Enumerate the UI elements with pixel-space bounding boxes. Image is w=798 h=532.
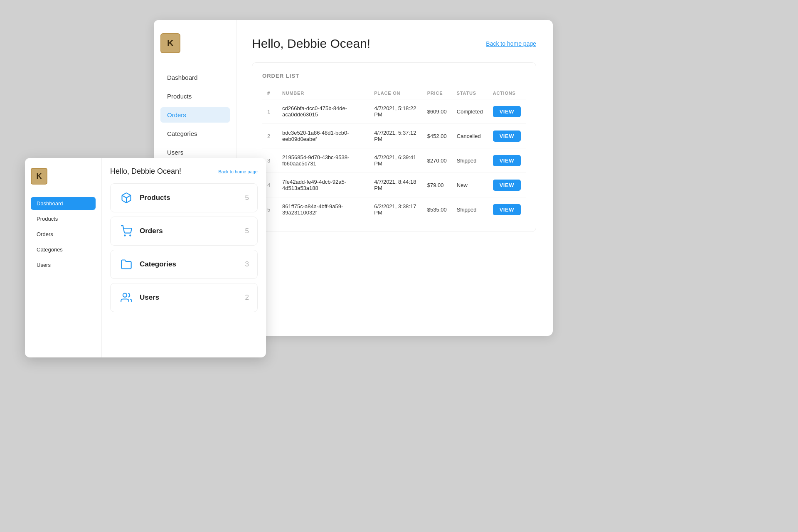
view-button[interactable]: VIEW: [493, 106, 521, 117]
dashboard-card-orders[interactable]: Orders 5: [110, 217, 258, 246]
back-nav-orders[interactable]: Orders: [160, 107, 230, 123]
front-home-link[interactable]: Back to home page: [218, 169, 258, 174]
row-price: $452.00: [422, 124, 452, 148]
view-button[interactable]: VIEW: [493, 204, 521, 215]
front-nav-dashboard[interactable]: Dashboard: [31, 197, 96, 210]
dashboard-card-users[interactable]: Users 2: [110, 283, 258, 312]
view-button[interactable]: VIEW: [493, 155, 521, 166]
basket-icon: [119, 224, 134, 239]
svg-point-1: [124, 235, 125, 236]
view-button[interactable]: VIEW: [493, 180, 521, 191]
row-placed-on: 4/7/2021, 8:44:18 PM: [369, 173, 422, 197]
card-count: 3: [245, 260, 249, 268]
users-icon: [119, 290, 134, 305]
row-status: Cancelled: [452, 124, 488, 148]
row-id: 2: [262, 124, 277, 148]
row-placed-on: 4/7/2021, 5:37:12 PM: [369, 124, 422, 148]
col-hash: #: [262, 87, 277, 99]
svg-point-3: [123, 293, 127, 297]
front-nav-products[interactable]: Products: [31, 212, 96, 225]
order-table: # NUMBER PLACE ON PRICE STATUS ACTIONS 1…: [262, 87, 526, 222]
back-home-link[interactable]: Back to home page: [486, 40, 536, 47]
card-count: 5: [245, 227, 249, 235]
row-number: 7fe42add-fe49-4dcb-92a5-4d513a53a188: [277, 173, 369, 197]
col-placed-on: PLACE ON: [369, 87, 422, 99]
back-nav-dashboard[interactable]: Dashboard: [160, 70, 230, 85]
back-logo: K: [160, 33, 180, 53]
card-count: 2: [245, 293, 249, 302]
card-label: Products: [140, 194, 239, 202]
col-price: PRICE: [422, 87, 452, 99]
card-count: 5: [245, 194, 249, 202]
front-header: Hello, Debbie Ocean! Back to home page: [110, 167, 258, 176]
front-greeting: Hello, Debbie Ocean!: [110, 167, 181, 176]
row-price: $609.00: [422, 99, 452, 124]
back-nav-categories[interactable]: Categories: [160, 126, 230, 141]
row-price: $79.00: [422, 173, 452, 197]
col-actions: ACTIONS: [488, 87, 526, 99]
row-id: 1: [262, 99, 277, 124]
table-row: 5 861ff75c-a84a-4bff-9a59-39a23110032f 6…: [262, 197, 526, 222]
row-status: Completed: [452, 99, 488, 124]
row-placed-on: 4/7/2021, 5:18:22 PM: [369, 99, 422, 124]
row-status: New: [452, 173, 488, 197]
front-nav-categories[interactable]: Categories: [31, 243, 96, 256]
row-placed-on: 6/2/2021, 3:38:17 PM: [369, 197, 422, 222]
view-button[interactable]: VIEW: [493, 131, 521, 142]
back-header: Hello, Debbie Ocean! Back to home page: [252, 37, 536, 51]
front-nav-orders[interactable]: Orders: [31, 228, 96, 241]
card-label: Users: [140, 293, 239, 302]
dashboard-card-products[interactable]: Products 5: [110, 183, 258, 212]
table-row: 3 21956854-9d70-43bc-9538-fb60aac5c731 4…: [262, 148, 526, 173]
folder-icon: [119, 257, 134, 272]
front-main: Hello, Debbie Ocean! Back to home page P…: [102, 158, 266, 357]
box-icon: [119, 190, 134, 205]
front-sidebar: K Dashboard Products Orders Categories U…: [25, 158, 102, 357]
row-actions: VIEW: [488, 148, 526, 173]
col-status: STATUS: [452, 87, 488, 99]
row-placed-on: 4/7/2021, 6:39:41 PM: [369, 148, 422, 173]
svg-point-2: [130, 235, 131, 236]
back-main: Hello, Debbie Ocean! Back to home page O…: [237, 20, 553, 336]
back-nav-products[interactable]: Products: [160, 89, 230, 104]
row-number: cd266bfa-dcc0-475b-84de-aca0dde63015: [277, 99, 369, 124]
row-number: bdc3e520-1a86-48d1-bcb0-eeb09d0eabef: [277, 124, 369, 148]
table-row: 4 7fe42add-fe49-4dcb-92a5-4d513a53a188 4…: [262, 173, 526, 197]
front-nav-users[interactable]: Users: [31, 259, 96, 271]
front-panel: K Dashboard Products Orders Categories U…: [25, 158, 266, 357]
row-number: 21956854-9d70-43bc-9538-fb60aac5c731: [277, 148, 369, 173]
row-status: Shipped: [452, 148, 488, 173]
col-number: NUMBER: [277, 87, 369, 99]
row-actions: VIEW: [488, 124, 526, 148]
dashboard-cards: Products 5 Orders 5 Categories 3: [110, 183, 258, 312]
card-label: Categories: [140, 260, 239, 268]
row-status: Shipped: [452, 197, 488, 222]
order-list-card: ORDER LIST # NUMBER PLACE ON PRICE STATU…: [252, 62, 536, 232]
row-actions: VIEW: [488, 173, 526, 197]
row-price: $270.00: [422, 148, 452, 173]
row-actions: VIEW: [488, 99, 526, 124]
front-logo: K: [31, 168, 47, 185]
card-label: Orders: [140, 227, 239, 235]
back-greeting: Hello, Debbie Ocean!: [252, 37, 370, 51]
row-actions: VIEW: [488, 197, 526, 222]
row-price: $535.00: [422, 197, 452, 222]
dashboard-card-categories[interactable]: Categories 3: [110, 250, 258, 279]
table-row: 2 bdc3e520-1a86-48d1-bcb0-eeb09d0eabef 4…: [262, 124, 526, 148]
row-number: 861ff75c-a84a-4bff-9a59-39a23110032f: [277, 197, 369, 222]
table-row: 1 cd266bfa-dcc0-475b-84de-aca0dde63015 4…: [262, 99, 526, 124]
order-list-title: ORDER LIST: [262, 73, 526, 79]
